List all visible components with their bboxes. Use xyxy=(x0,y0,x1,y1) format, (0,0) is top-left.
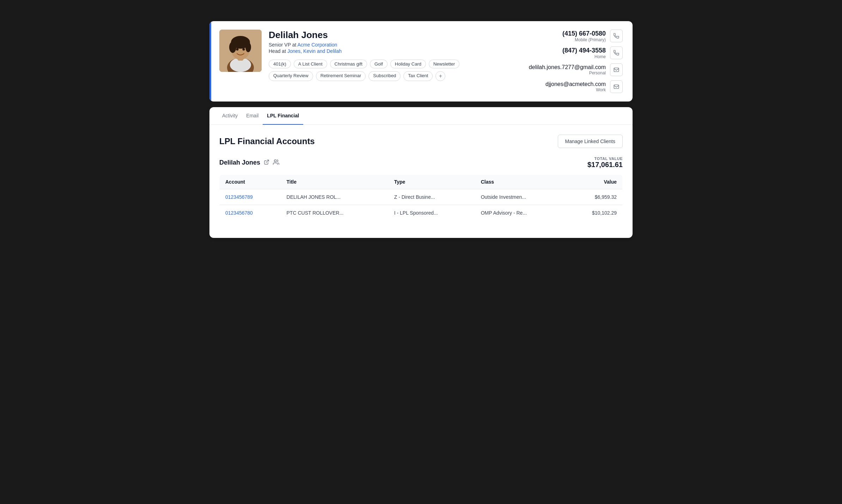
tag-newsletter[interactable]: Newsletter xyxy=(429,60,459,68)
col-value: Value xyxy=(566,175,623,189)
svg-point-9 xyxy=(243,48,245,51)
send-email1-button[interactable] xyxy=(610,63,623,76)
phone-icon-2 xyxy=(614,50,619,56)
tags-container: 401(k) A List Client Christmas gift Golf… xyxy=(269,60,503,81)
client-name-row: Delilah Jones xyxy=(219,156,623,169)
svg-point-13 xyxy=(274,160,276,162)
manage-linked-clients-button[interactable]: Manage Linked Clients xyxy=(558,135,623,148)
account-type-2: I - LPL Sponsored... xyxy=(389,205,475,221)
svg-point-7 xyxy=(245,42,251,52)
tabs-card: Activity Email LPL Financial LPL Financi… xyxy=(209,107,633,238)
account-number-2: 0123456780 xyxy=(220,205,281,221)
company1-link[interactable]: Acme Corporation xyxy=(297,42,337,48)
tab-lpl-financial[interactable]: LPL Financial xyxy=(263,107,303,125)
tab-activity[interactable]: Activity xyxy=(218,107,242,125)
tag-subscribed[interactable]: Subscribed xyxy=(368,71,401,81)
add-tag-button[interactable]: + xyxy=(435,71,445,81)
tag-a-list-client[interactable]: A List Client xyxy=(294,60,327,68)
email-icon xyxy=(614,67,619,73)
email2-address: djjones@acmetech.com xyxy=(545,81,606,87)
contact-phone1: (415) 667-0580 Mobile (Primary) xyxy=(562,30,623,42)
phone2-number: (847) 494-3558 xyxy=(562,47,606,54)
col-title: Title xyxy=(281,175,389,189)
phone1-label: Mobile (Primary) xyxy=(562,37,606,42)
svg-rect-10 xyxy=(614,68,618,72)
tag-quarterly-review[interactable]: Quarterly Review xyxy=(269,71,313,81)
contact-info: (415) 667-0580 Mobile (Primary) (847) 49… xyxy=(510,30,623,93)
call-phone2-button[interactable] xyxy=(610,47,623,59)
account-number-1: 0123456789 xyxy=(220,189,281,205)
account-class-2: OMP Advisory - Re... xyxy=(475,205,566,221)
lpl-header: LPL Financial Accounts Manage Linked Cli… xyxy=(219,135,623,148)
col-account: Account xyxy=(220,175,281,189)
email2-label: Work xyxy=(545,87,606,92)
email1-address: delilah.jones.7277@gmail.com xyxy=(529,64,606,70)
tag-tax-client[interactable]: Tax Client xyxy=(403,71,433,81)
main-container: Delilah Jones Senior VP at Acme Corporat… xyxy=(209,21,633,238)
profile-name: Delilah Jones xyxy=(269,30,503,41)
total-value-amount: $17,061.61 xyxy=(587,161,623,169)
tag-golf[interactable]: Golf xyxy=(370,60,388,68)
client-section: Delilah Jones xyxy=(219,156,623,221)
tab-email[interactable]: Email xyxy=(242,107,263,125)
table-row: 0123456789 DELILAH JONES ROL... Z - Dire… xyxy=(220,189,623,205)
lpl-section-title: LPL Financial Accounts xyxy=(219,136,315,146)
svg-point-8 xyxy=(236,48,239,51)
lpl-content: LPL Financial Accounts Manage Linked Cli… xyxy=(209,125,633,238)
svg-rect-11 xyxy=(614,85,618,89)
svg-point-6 xyxy=(229,42,236,53)
call-phone1-button[interactable] xyxy=(610,30,623,42)
client-name: Delilah Jones xyxy=(219,159,279,167)
contact-email2: djjones@acmetech.com Work xyxy=(545,80,623,93)
accounts-table: Account Title Type Class Value 012345678… xyxy=(219,174,623,221)
account-class-1: Outside Investmen... xyxy=(475,189,566,205)
tabs-header: Activity Email LPL Financial xyxy=(209,107,633,125)
profile-role-1: Senior VP at Acme Corporation xyxy=(269,42,503,48)
account-title-1: DELILAH JONES ROL... xyxy=(281,189,389,205)
tag-christmas-gift[interactable]: Christmas gift xyxy=(330,60,367,68)
avatar xyxy=(219,30,262,72)
tag-retirement-seminar[interactable]: Retirement Seminar xyxy=(316,71,366,81)
linked-contacts-icon[interactable] xyxy=(273,159,279,167)
tag-holiday-card[interactable]: Holiday Card xyxy=(390,60,426,68)
email-icon-2 xyxy=(614,84,619,90)
email1-label: Personal xyxy=(529,70,606,75)
profile-role-2: Head at Jones, Kevin and Delilah xyxy=(269,48,503,54)
profile-card: Delilah Jones Senior VP at Acme Corporat… xyxy=(209,21,633,102)
account-type-1: Z - Direct Busine... xyxy=(389,189,475,205)
col-class: Class xyxy=(475,175,566,189)
phone1-number: (415) 667-0580 xyxy=(562,30,606,37)
account-title-2: PTC CUST ROLLOVER... xyxy=(281,205,389,221)
total-value-label: TOTAL VALUE xyxy=(587,156,623,161)
phone2-label: Home xyxy=(562,54,606,59)
total-value-section: TOTAL VALUE $17,061.61 xyxy=(587,156,623,169)
send-email2-button[interactable] xyxy=(610,80,623,93)
phone-icon xyxy=(614,33,619,39)
svg-line-12 xyxy=(266,160,269,162)
tag-401k[interactable]: 401(k) xyxy=(269,60,291,68)
company2-link[interactable]: Jones, Kevin and Delilah xyxy=(287,48,342,54)
contact-email1: delilah.jones.7277@gmail.com Personal xyxy=(529,63,623,76)
profile-info: Delilah Jones Senior VP at Acme Corporat… xyxy=(269,30,503,81)
col-type: Type xyxy=(389,175,475,189)
account-value-2: $10,102.29 xyxy=(566,205,623,221)
avatar-image xyxy=(219,30,262,72)
external-link-icon[interactable] xyxy=(264,159,269,166)
account-value-1: $6,959.32 xyxy=(566,189,623,205)
table-row: 0123456780 PTC CUST ROLLOVER... I - LPL … xyxy=(220,205,623,221)
contact-phone2: (847) 494-3558 Home xyxy=(562,47,623,59)
